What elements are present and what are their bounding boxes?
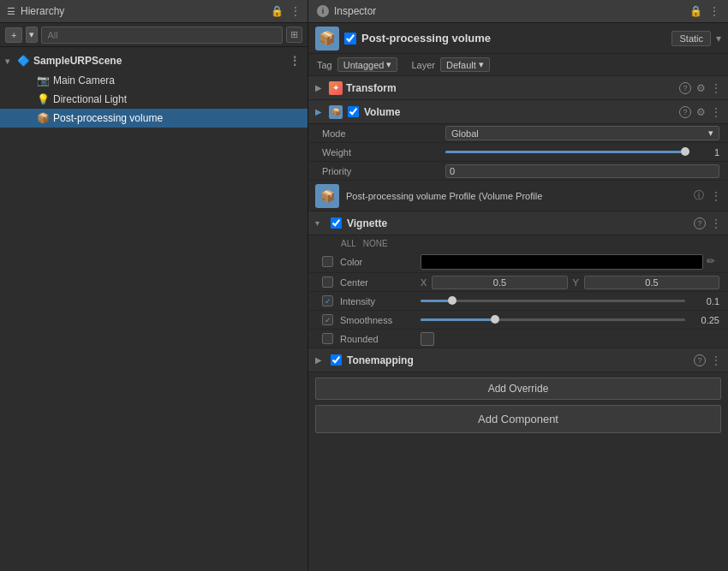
vignette-active-checkbox[interactable] — [331, 217, 342, 229]
mode-dropdown-arrow: ▾ — [708, 128, 713, 139]
hierarchy-header: ☰ Hierarchy 🔒 ⋮ — [0, 0, 307, 23]
hierarchy-toolbar: + ▾ ⊞ — [0, 23, 307, 47]
rounded-row: Rounded — [308, 330, 728, 348]
search-input[interactable] — [41, 27, 283, 44]
color-value: ✏ — [421, 254, 719, 270]
x-label: X — [421, 277, 427, 288]
mode-label: Mode — [322, 128, 442, 139]
transform-help-icon[interactable]: ? — [679, 82, 691, 94]
priority-input[interactable] — [445, 164, 719, 178]
inspector-title: Inspector — [334, 5, 376, 17]
scene-name-row[interactable]: ▾ 🔷 SampleURPScene ⋮ — [0, 51, 307, 71]
item-label: Main Camera — [53, 74, 115, 86]
vignette-menu-icon[interactable]: ⋮ — [711, 217, 721, 229]
list-item[interactable]: 📦 Post-processing volume — [0, 109, 307, 128]
intensity-slider-track[interactable] — [421, 300, 685, 302]
add-override-button[interactable]: Add Override — [315, 378, 721, 400]
profile-name: Post-processing volume Profile (Volume P… — [346, 191, 687, 201]
tonemapping-title: Tonemapping — [347, 354, 690, 366]
static-button[interactable]: Static — [671, 31, 711, 46]
more-icon[interactable]: ⋮ — [709, 5, 719, 17]
rounded-label: Rounded — [340, 334, 417, 344]
add-button[interactable]: + — [5, 27, 22, 43]
object-active-checkbox[interactable] — [344, 33, 356, 45]
transform-settings-icon[interactable]: ⚙ — [696, 82, 706, 94]
color-checkbox[interactable] — [322, 256, 333, 267]
color-swatch[interactable] — [421, 254, 703, 270]
vignette-arrow: ▾ — [315, 218, 325, 228]
tag-dropdown[interactable]: Untagged ▾ — [337, 57, 398, 72]
weight-label: Weight — [322, 147, 442, 158]
add-component-button[interactable]: Add Component — [315, 405, 721, 433]
vignette-check-row — [329, 217, 343, 229]
weight-slider-thumb[interactable] — [681, 147, 689, 156]
color-picker-icon[interactable]: ✏ — [707, 255, 719, 269]
list-item[interactable]: 💡 Directional Light — [0, 90, 307, 109]
all-label[interactable]: ALL — [341, 239, 356, 248]
smoothness-slider-track[interactable] — [421, 318, 685, 321]
volume-settings-icon[interactable]: ⚙ — [696, 106, 706, 118]
weight-slider-track[interactable] — [445, 151, 685, 153]
layer-dropdown[interactable]: Default ▾ — [440, 57, 490, 72]
volume-active-checkbox[interactable] — [348, 106, 359, 117]
tonemapping-arrow: ▶ — [315, 355, 325, 365]
scene-menu-icon[interactable]: ⋮ — [289, 54, 301, 68]
tonemapping-menu-icon[interactable]: ⋮ — [711, 354, 721, 366]
mode-dropdown[interactable]: Global ▾ — [445, 126, 719, 140]
none-label[interactable]: NONE — [363, 239, 388, 248]
tonemapping-section-header[interactable]: ▶ Tonemapping ? ⋮ — [308, 348, 728, 372]
rounded-toggle[interactable] — [421, 332, 434, 346]
profile-row: 📦 Post-processing volume Profile (Volume… — [308, 181, 728, 211]
smoothness-checkbox[interactable] — [322, 314, 333, 325]
color-row: Color ✏ — [308, 251, 728, 273]
tag-label: Tag — [317, 60, 332, 70]
object-header: 📦 Post-processing volume Static ▾ — [308, 23, 728, 54]
volume-menu-icon[interactable]: ⋮ — [711, 106, 721, 118]
search-filter-button[interactable]: ⊞ — [286, 27, 302, 43]
center-row: Center X Y — [308, 273, 728, 292]
list-item[interactable]: 📷 Main Camera — [0, 71, 307, 90]
add-dropdown-button[interactable]: ▾ — [26, 27, 38, 43]
hierarchy-header-icons: 🔒 ⋮ — [271, 5, 301, 17]
inspector-info-icon: i — [317, 5, 329, 17]
rounded-checkbox[interactable] — [322, 333, 333, 344]
object-name: Post-processing volume — [361, 32, 666, 45]
hierarchy-content: ▾ 🔷 SampleURPScene ⋮ 📷 Main Camera 💡 Dir… — [0, 47, 307, 571]
inspector-header: i Inspector 🔒 ⋮ — [308, 0, 728, 23]
hierarchy-title: Hierarchy — [21, 5, 64, 17]
item-label: Post-processing volume — [53, 112, 163, 124]
item-label: Directional Light — [53, 93, 127, 105]
more-icon[interactable]: ⋮ — [290, 5, 301, 17]
volume-section-header[interactable]: ▶ 📦 Volume ? ⚙ ⋮ — [308, 100, 728, 124]
center-checkbox[interactable] — [322, 277, 333, 288]
profile-info-icon[interactable]: ⓘ — [694, 188, 704, 203]
transform-section-header[interactable]: ▶ ✦ Transform ? ⚙ ⋮ — [308, 76, 728, 100]
scene-name: SampleURPScene — [33, 55, 122, 67]
weight-row: Weight 1 — [308, 143, 728, 162]
volume-arrow: ▶ — [315, 107, 325, 116]
tonemapping-help-icon[interactable]: ? — [694, 354, 706, 366]
vignette-section-header[interactable]: ▾ Vignette ? ⋮ — [308, 211, 728, 235]
inspector-panel: i Inspector 🔒 ⋮ 📦 Post-processing volume… — [308, 0, 728, 571]
scene-icon: 🔷 — [17, 55, 30, 67]
center-x-input[interactable] — [432, 276, 567, 289]
lock-icon[interactable]: 🔒 — [689, 5, 702, 17]
intensity-checkbox[interactable] — [322, 295, 333, 306]
smoothness-slider-fill — [421, 318, 495, 321]
center-y-input[interactable] — [584, 276, 719, 289]
transform-arrow: ▶ — [315, 83, 325, 92]
intensity-value: 0.1 — [421, 296, 719, 306]
profile-menu-icon[interactable]: ⋮ — [711, 190, 721, 202]
transform-menu-icon[interactable]: ⋮ — [711, 82, 721, 94]
vignette-help-icon[interactable]: ? — [694, 217, 706, 229]
transform-icon: ✦ — [329, 81, 343, 95]
smoothness-slider-thumb[interactable] — [491, 315, 499, 324]
tonemapping-active-checkbox[interactable] — [331, 354, 342, 366]
mode-value: Global ▾ — [445, 126, 719, 140]
intensity-slider-thumb[interactable] — [448, 296, 456, 305]
static-dropdown-icon[interactable]: ▾ — [716, 33, 721, 45]
lock-icon[interactable]: 🔒 — [271, 5, 283, 17]
center-label: Center — [340, 277, 417, 288]
volume-help-icon[interactable]: ? — [679, 106, 691, 118]
layer-dropdown-arrow: ▾ — [479, 59, 484, 70]
